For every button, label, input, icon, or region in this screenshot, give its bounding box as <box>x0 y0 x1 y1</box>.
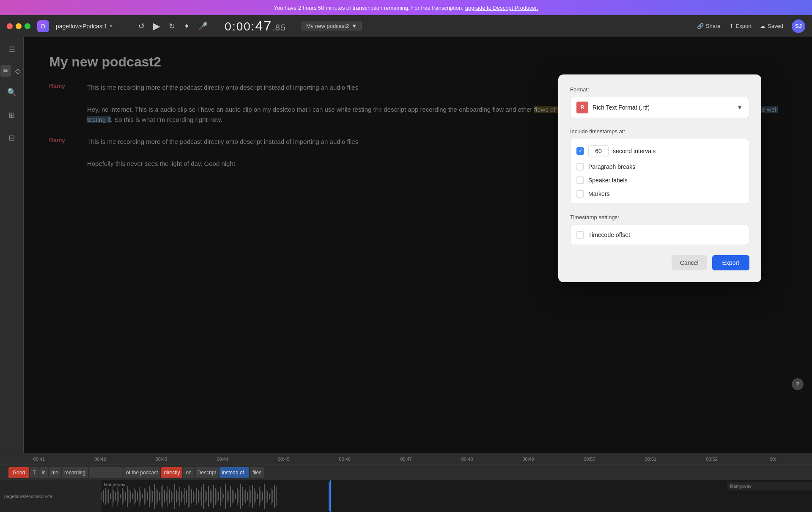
ruler-mark: 00:45 <box>253 457 314 462</box>
composition-chevron-icon: ▼ <box>351 23 357 29</box>
ramy-wav-label-1: Ramy.wav <box>102 482 128 487</box>
svg-rect-82 <box>240 484 241 509</box>
ruler-mark: 00:50 <box>559 457 620 462</box>
timecode-offset-checkbox[interactable] <box>576 231 584 239</box>
waveform-svg-1 <box>102 482 431 511</box>
playhead <box>330 480 331 512</box>
edit-pencil-button[interactable]: ✏ <box>0 65 11 77</box>
word-chip: is <box>39 467 48 478</box>
svg-rect-2 <box>105 488 106 505</box>
svg-rect-33 <box>157 490 158 503</box>
svg-rect-59 <box>201 487 202 506</box>
waveform-track: pageflowsPodcast.m4a Ramy.wav <box>0 480 812 512</box>
fast-forward-button[interactable]: ↻ <box>167 20 177 33</box>
svg-rect-56 <box>196 488 197 505</box>
upgrade-link[interactable]: upgrade to Descript Producer. <box>465 5 538 11</box>
help-button[interactable]: ? <box>792 378 804 390</box>
composition-selector[interactable]: My new podcast2 ▼ <box>302 21 362 31</box>
markers-checkbox[interactable] <box>576 190 584 198</box>
svg-rect-39 <box>167 486 168 507</box>
svg-rect-43 <box>174 484 175 509</box>
svg-rect-51 <box>188 485 189 508</box>
svg-rect-78 <box>233 491 234 502</box>
svg-rect-102 <box>274 485 275 508</box>
fx-button[interactable]: ✦ <box>182 20 192 33</box>
svg-rect-7 <box>113 490 114 503</box>
svg-rect-55 <box>195 493 195 499</box>
play-button[interactable]: ▶ <box>151 19 162 33</box>
speaker-labels-checkbox[interactable] <box>576 176 584 184</box>
svg-rect-29 <box>151 489 151 504</box>
edit-diamond-button[interactable]: ◇ <box>13 65 23 77</box>
export-button[interactable]: ⬆ Export <box>729 23 752 29</box>
format-selector[interactable]: R Rich Text Format (.rtf) ▼ <box>570 97 749 118</box>
svg-rect-88 <box>250 490 251 503</box>
speaker-labels-label: Speaker labels <box>588 177 628 184</box>
tools-icon[interactable]: ⊟ <box>6 131 17 145</box>
interval-checkbox[interactable]: ✓ <box>576 147 584 155</box>
svg-rect-95 <box>262 492 263 501</box>
svg-rect-50 <box>186 490 187 503</box>
track-name-1: pageflowsPodcast.m4a <box>4 494 52 499</box>
svg-rect-1 <box>103 490 104 503</box>
hamburger-icon[interactable]: ☰ <box>6 42 18 57</box>
svg-rect-73 <box>225 484 226 509</box>
svg-rect-49 <box>184 488 185 505</box>
svg-rect-20 <box>135 490 136 503</box>
layers-icon[interactable]: ⊞ <box>6 108 17 122</box>
svg-rect-75 <box>228 492 229 501</box>
svg-rect-54 <box>193 491 194 502</box>
word-chip-instead: instead of i <box>219 467 249 478</box>
rewind-button[interactable]: ↺ <box>137 20 146 33</box>
minimize-button[interactable] <box>16 23 22 29</box>
top-banner: You have 2 hours 58 minutes of transcrip… <box>0 0 812 15</box>
saved-button[interactable]: ☁ Saved <box>760 23 783 29</box>
svg-rect-14 <box>125 492 126 501</box>
svg-rect-42 <box>173 493 173 499</box>
svg-rect-92 <box>257 493 258 499</box>
avatar[interactable]: SJ <box>792 19 805 33</box>
timeline-ruler: 00:41 00:42 00:43 00:44 00:45 00:46 00:4… <box>0 453 812 465</box>
format-name: Rich Text Format (.rtf) <box>593 104 732 111</box>
svg-rect-64 <box>210 489 211 504</box>
maximize-button[interactable] <box>25 23 30 29</box>
svg-rect-80 <box>237 488 238 505</box>
export-confirm-button[interactable]: Export <box>712 255 749 270</box>
track-label-1: pageflowsPodcast.m4a <box>0 480 102 512</box>
left-sidebar: ☰ ✏ ◇ 🔍 ⊞ ⊟ <box>0 37 24 453</box>
format-icon: R <box>576 102 588 113</box>
svg-rect-19 <box>134 488 134 505</box>
ruler-mark: 00:42 <box>70 457 131 462</box>
svg-rect-84 <box>244 491 244 502</box>
edit-tools: ✏ ◇ <box>0 65 23 77</box>
svg-rect-0 <box>102 492 102 501</box>
share-button[interactable]: 🔗 Share <box>697 23 721 29</box>
timecode-display: 0:00:47.85 <box>225 18 286 34</box>
svg-rect-85 <box>245 489 246 504</box>
markers-label: Markers <box>588 190 610 197</box>
right-controls: 🔗 Share ⬆ Export ☁ Saved SJ <box>697 19 805 33</box>
word-chip <box>89 467 123 478</box>
interval-unit-label: second intervals <box>613 148 656 154</box>
mic-button[interactable]: 🎤 <box>197 20 209 33</box>
word-chip: files <box>250 467 264 478</box>
svg-rect-98 <box>267 491 268 502</box>
ruler-mark: 00:49 <box>498 457 559 462</box>
svg-rect-87 <box>249 486 250 507</box>
title-bar: D pageflowsPodcast1 ▼ ↺ ▶ ↻ ✦ 🎤 0:00:47.… <box>0 15 812 37</box>
close-button[interactable] <box>7 23 13 29</box>
word-chip: T <box>30 467 38 478</box>
interval-input[interactable] <box>588 145 609 157</box>
svg-rect-37 <box>164 490 165 503</box>
paragraph-breaks-checkbox[interactable] <box>576 163 584 171</box>
project-name[interactable]: pageflowsPodcast1 ▼ <box>56 23 113 30</box>
search-icon[interactable]: 🔍 <box>5 85 19 99</box>
svg-rect-69 <box>218 492 219 501</box>
svg-rect-26 <box>145 490 146 503</box>
project-chevron-icon: ▼ <box>109 24 113 28</box>
format-label: Format: <box>570 86 749 93</box>
svg-rect-62 <box>206 492 207 501</box>
timestamp-settings-options: Timecode offset <box>570 225 749 245</box>
share-icon: 🔗 <box>697 23 704 29</box>
cancel-button[interactable]: Cancel <box>672 255 707 270</box>
